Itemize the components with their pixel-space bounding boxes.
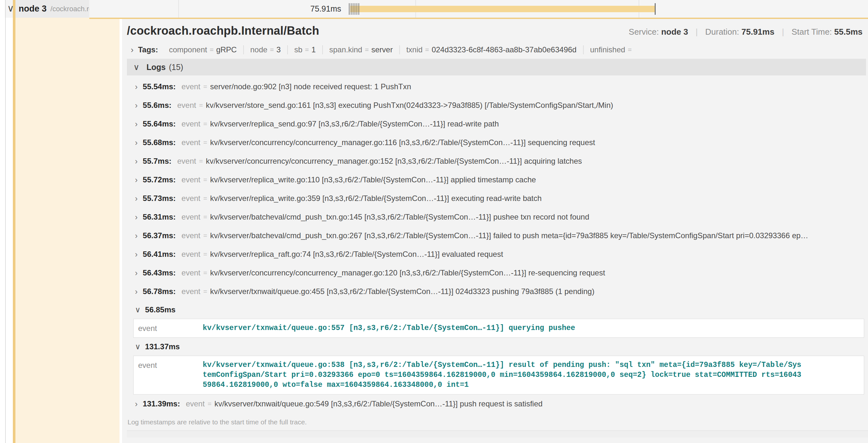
log-row-chevron-icon[interactable]: › [135,212,137,222]
log-row[interactable]: › 55.6ms: event = kv/kvserver/store_send… [127,96,868,114]
logs-chevron-icon[interactable]: ∨ [133,62,140,72]
log-row[interactable]: › 55.64ms: event = kv/kvserver/replica_s… [127,114,868,133]
span-name-tab[interactable]: node 3 /cockroach.roach… [16,0,89,18]
log-equals: = [203,213,207,221]
span-timeline-row[interactable]: ∨ node 3 /cockroach.roach… 75.91ms [0,0,868,18]
log-row-chevron-icon[interactable]: ∨ [135,342,141,351]
log-equals: = [203,139,207,146]
log-row-chevron-icon[interactable]: › [135,138,137,147]
log-equals: = [199,101,203,109]
duration-label: Duration: [705,27,739,37]
logs-footer-note: Log timestamps are relative to the start… [127,418,868,426]
log-field-key: event [177,101,196,110]
tag-value: gRPC [216,45,237,54]
log-field-value-line: kv/kvserver/txnwait/queue.go:538 [n3,s3,… [203,360,801,370]
log-row[interactable]: › 55.54ms: event = server/node.go:902 [n… [127,77,868,96]
log-row-chevron-icon[interactable]: ∨ [135,305,141,314]
tag-item[interactable]: txnid = 024d3323-6c8f-4863-aa8b-37ab0e63… [399,45,583,54]
log-row[interactable]: › 131.39ms: event = kv/kvserver/txnwait/… [127,395,868,413]
log-row-chevron-icon[interactable]: › [135,120,137,129]
span-service-name: node 3 [19,4,46,14]
tag-equals: = [628,46,631,54]
log-row[interactable]: › 55.72ms: event = kv/kvserver/replica_w… [127,170,868,189]
log-row-chevron-icon[interactable]: › [135,268,137,278]
tag-value: 3 [277,45,281,54]
log-row-chevron-icon[interactable]: › [135,231,137,240]
log-timestamp: 56.41ms: [143,250,176,259]
log-field-value-line: kv/kvserver/txnwait/queue.go:557 [n3,s3,… [203,323,575,333]
detail-row-accent-border [89,18,868,19]
log-row-chevron-icon[interactable]: › [135,194,137,203]
log-row[interactable]: › 56.43ms: event = kv/kvserver/concurren… [127,264,868,282]
log-row[interactable]: › 55.7ms: event = kv/kvserver/concurrenc… [127,152,868,170]
log-timestamp: 56.78ms: [143,287,176,296]
log-row-chevron-icon[interactable]: › [135,157,137,166]
tags-chevron-icon[interactable]: › [131,45,134,55]
span-color-strip [13,0,16,18]
log-keyvalue-table: event kv/kvserver/txnwait/queue.go:557 [… [133,319,864,338]
log-field-key: event [182,250,200,259]
log-field-key: event [182,120,200,128]
span-detail-header: /cockroach.roachpb.Internal/Batch Servic… [127,24,868,38]
log-row-chevron-icon[interactable]: › [135,287,137,296]
tags-list: component = gRPC node = 3 sb = 1 span.ki… [162,45,641,54]
log-equals: = [203,83,207,91]
log-expanded-header[interactable]: ∨ 131.37ms [127,338,868,356]
log-row[interactable]: › 56.31ms: event = kv/kvserver/batcheval… [127,208,868,226]
log-timestamp: 55.73ms: [143,194,176,203]
span-detail-meta: Service: node 3 | Duration: 75.91ms | St… [629,27,863,37]
log-field-value: kv/kvserver/concurrency/concurrency_mana… [210,268,605,277]
log-timestamp: 56.85ms [145,305,176,314]
log-field-value: kv/kvserver/txnwait/queue.go:549 [n3,s3,… [214,399,542,408]
left-gutter [0,0,5,18]
tag-item[interactable]: unfinished = [583,45,641,54]
log-timestamp: 131.39ms: [143,399,180,408]
log-row-chevron-icon[interactable]: › [135,175,137,184]
tag-equals: = [305,46,309,54]
log-row[interactable]: › 56.41ms: event = kv/kvserver/replica_r… [127,245,868,264]
tag-key: span.kind [329,45,362,54]
log-field-value: kv/kvserver/concurrency/concurrency_mana… [210,138,595,147]
log-equals: = [199,157,203,165]
service-label: Service: [629,27,659,37]
log-row[interactable]: › 55.73ms: event = kv/kvserver/replica_w… [127,189,868,208]
log-timestamp: 56.43ms: [143,268,176,277]
log-row-chevron-icon[interactable]: › [135,250,137,259]
log-row-chevron-icon[interactable]: › [135,101,137,110]
tag-key: txnid [406,45,423,54]
log-event-tick [359,3,359,15]
log-row[interactable]: › 56.37ms: event = kv/kvserver/batcheval… [127,226,868,245]
timeline-grid-line [178,0,179,18]
log-field-value: server/node.go:902 [n3] node received re… [210,82,411,91]
log-field-value: kv/kvserver/store_send.go:161 [n3,s3] ex… [206,101,613,110]
log-row[interactable]: › 56.78ms: event = kv/kvserver/txnwait/q… [127,282,868,301]
log-field-value: kv/kvserver/replica_raft.go:74 [n3,s3,r6… [210,250,503,259]
tag-key: unfinished [590,45,625,54]
tag-item[interactable]: span.kind = server [322,45,399,54]
log-expanded-header[interactable]: ∨ 56.85ms [127,301,868,319]
log-field-key: event [177,157,196,166]
start-time-label: Start Time: [792,27,832,37]
log-row[interactable]: › 55.68ms: event = kv/kvserver/concurren… [127,133,868,152]
tag-item[interactable]: sb = 1 [287,45,322,54]
log-timestamp: 55.6ms: [143,101,171,110]
log-equals: = [203,232,207,239]
tag-value: 024d3323-6c8f-4863-aa8b-37ab0e63496d [432,45,577,54]
tags-label: Tags: [138,45,158,54]
log-field-value: kv/kvserver/replica_write.go:359 [n3,s3,… [210,194,541,203]
tags-accordion[interactable]: › Tags: component = gRPC node = 3 sb = 1… [127,43,868,57]
log-field-value-line: temConfigSpan/Start pri=0.03293366 epo=0… [203,370,801,380]
start-time-value: 55.5ms [834,27,863,37]
tag-equals: = [210,46,214,54]
log-field-key: event [182,231,200,240]
tag-item[interactable]: node = 3 [243,45,287,54]
span-detail-panel: /cockroach.roachpb.Internal/Batch Servic… [122,19,868,443]
span-duration-bar[interactable] [350,6,655,12]
log-event-tick [356,3,357,15]
tag-item[interactable]: component = gRPC [162,45,243,54]
logs-accordion-header[interactable]: ∨ Logs (15) [127,59,866,75]
log-row-chevron-icon[interactable]: › [135,82,137,92]
selected-span-highlight [16,18,120,443]
log-row-chevron-icon[interactable]: › [135,399,137,409]
log-equals: = [203,287,207,295]
